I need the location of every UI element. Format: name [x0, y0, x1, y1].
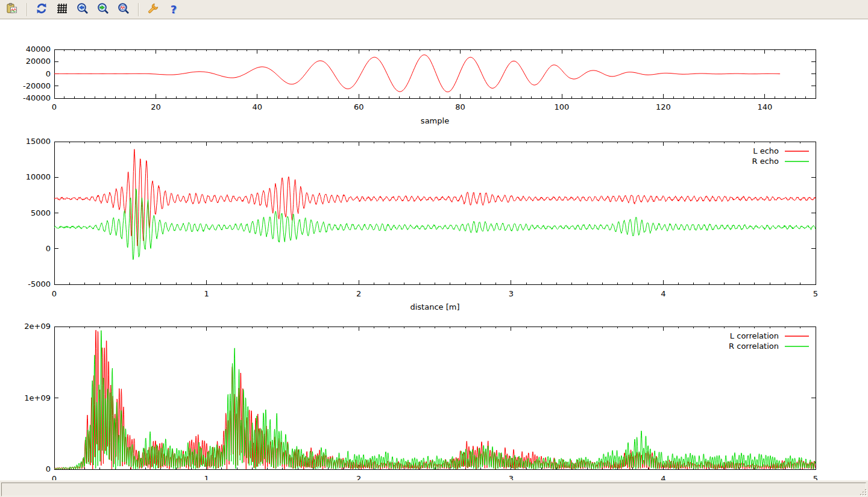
toolbar-separator — [27, 3, 27, 16]
svg-text:120: 120 — [656, 102, 671, 111]
svg-text:15000: 15000 — [26, 137, 51, 146]
wrench-icon — [147, 2, 159, 17]
svg-text:140: 140 — [757, 102, 772, 111]
svg-text:0: 0 — [52, 102, 57, 111]
zoom-next-button[interactable] — [95, 1, 112, 18]
zoom-fit-button[interactable] — [115, 1, 132, 18]
svg-text:60: 60 — [354, 102, 364, 111]
svg-text:5000: 5000 — [31, 208, 51, 217]
resize-grip[interactable] — [859, 488, 867, 496]
replot-button[interactable] — [33, 1, 50, 18]
magnifier-left-arrow-icon — [77, 2, 89, 17]
svg-text:distance [m]: distance [m] — [410, 302, 459, 311]
svg-text:80: 80 — [455, 102, 465, 111]
toolbar-separator — [138, 3, 139, 16]
toggle-grid-button[interactable] — [54, 1, 71, 18]
copy-plot-button[interactable] — [4, 1, 20, 18]
svg-text:0: 0 — [46, 464, 51, 474]
configure-button[interactable] — [145, 1, 162, 18]
svg-text:L correlation: L correlation — [730, 331, 779, 340]
svg-text:40000: 40000 — [26, 45, 51, 54]
plot-canvas: 020406080100120140-40000-200000200004000… — [0, 20, 868, 480]
help-button[interactable]: ? — [165, 1, 182, 18]
status-text — [2, 483, 866, 487]
status-bar — [0, 480, 868, 497]
svg-text:1e+09: 1e+09 — [24, 393, 51, 402]
question-mark-icon: ? — [171, 4, 177, 15]
svg-text:-20000: -20000 — [23, 81, 51, 90]
svg-text:R echo: R echo — [752, 157, 779, 166]
magnifier-right-arrow-icon — [97, 2, 109, 17]
zoom-previous-button[interactable] — [74, 1, 91, 18]
svg-text:20: 20 — [151, 102, 161, 111]
svg-text:-5000: -5000 — [28, 280, 51, 289]
svg-text:2: 2 — [356, 289, 361, 298]
svg-text:20000: 20000 — [26, 57, 51, 66]
status-field — [1, 483, 866, 496]
svg-text:4: 4 — [661, 289, 665, 298]
svg-text:sample: sample — [421, 116, 449, 125]
svg-text:2e+09: 2e+09 — [24, 322, 51, 331]
clipboard-chart-icon — [6, 2, 18, 17]
chart-echo-signals[interactable]: 012345-5000050001000015000distance [m]L … — [0, 136, 868, 318]
svg-text:100: 100 — [555, 102, 570, 111]
svg-text:10000: 10000 — [26, 172, 51, 181]
toolbar: ? — [0, 0, 868, 19]
svg-text:-40000: -40000 — [23, 93, 51, 102]
svg-text:0: 0 — [52, 289, 57, 298]
refresh-icon — [36, 2, 48, 17]
svg-text:5: 5 — [813, 289, 818, 298]
svg-text:40: 40 — [253, 102, 263, 111]
grid-icon — [56, 2, 68, 17]
gnuplot-window: ? 020406080100120140-40000-2000002000040… — [0, 0, 868, 497]
chart-excitation-signal[interactable]: 020406080100120140-40000-200000200004000… — [0, 40, 868, 136]
svg-text:0: 0 — [46, 69, 51, 78]
chart-correlation[interactable]: 01234501e+092e+09distance [m]L correlati… — [0, 318, 868, 497]
svg-text:L echo: L echo — [753, 146, 779, 155]
svg-text:R correlation: R correlation — [729, 342, 779, 351]
svg-text:0: 0 — [46, 244, 51, 253]
svg-text:3: 3 — [509, 289, 514, 298]
magnifier-plot-icon — [118, 2, 130, 17]
svg-text:1: 1 — [204, 289, 209, 298]
